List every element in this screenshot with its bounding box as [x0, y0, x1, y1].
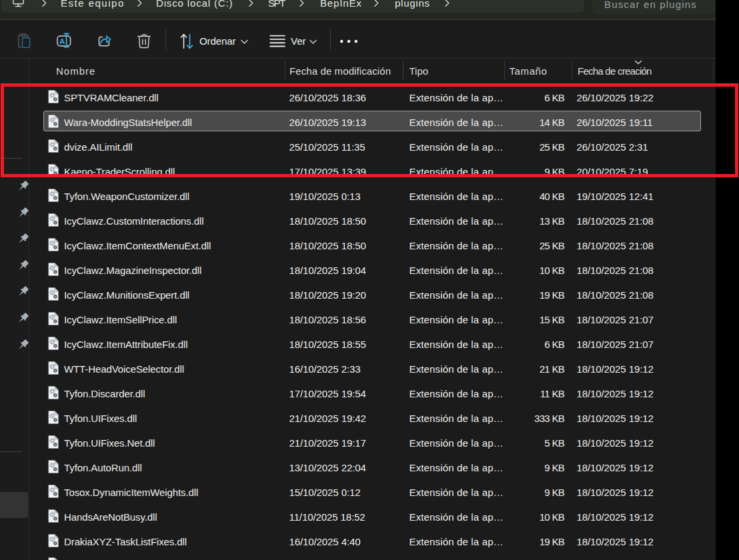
svg-text:A: A	[59, 37, 65, 45]
